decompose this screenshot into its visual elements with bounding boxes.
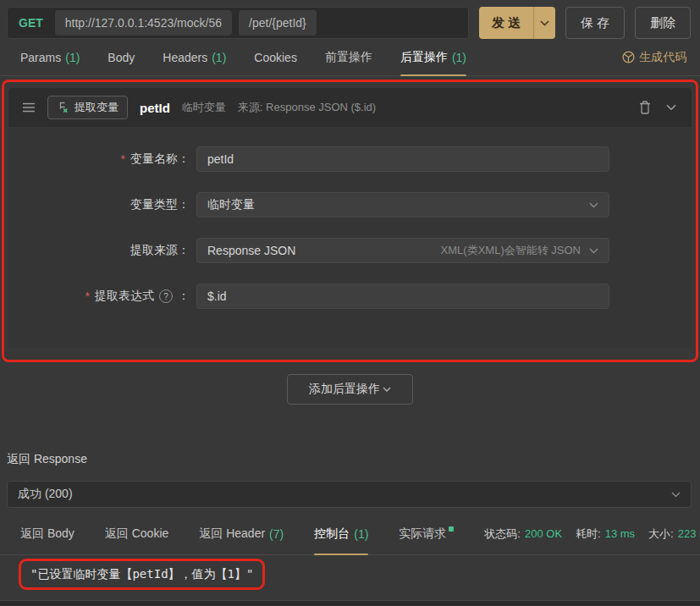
- variable-name-label: * 变量名称：: [8, 152, 190, 167]
- trash-icon: [639, 101, 651, 114]
- label-text: 提取表达式: [95, 289, 154, 304]
- label-text: 变量名称：: [130, 152, 190, 167]
- tab-params[interactable]: Params (1): [20, 39, 80, 75]
- duration-metric: 耗时: 13 ms: [576, 526, 635, 542]
- chevron-down-icon: [666, 104, 676, 111]
- annotation-box-console: "已设置临时变量【petId】，值为【1】": [19, 559, 265, 590]
- http-method-label[interactable]: GET: [10, 16, 55, 30]
- status-code-value: 200 OK: [525, 527, 562, 540]
- tab-label: 返回 Cookie: [105, 526, 168, 542]
- metric-label: 耗时:: [576, 526, 601, 542]
- status-code-metric: 状态码: 200 OK: [484, 526, 562, 542]
- tab-label: 返回 Header: [199, 526, 265, 542]
- extract-expression-label: * 提取表达式 ? ：: [8, 289, 190, 304]
- required-mark: *: [121, 152, 125, 166]
- tab-label: Headers: [163, 51, 207, 64]
- tab-body[interactable]: Body: [107, 39, 135, 75]
- annotation-box-extractor: 提取变量 petId 临时变量 来源: Response JSON ($.id)…: [2, 80, 698, 362]
- response-metrics: 状态码: 200 OK 耗时: 13 ms 大小: 223 B: [484, 526, 700, 542]
- response-case-select[interactable]: 成功 (200): [7, 481, 692, 508]
- tab-count: (1): [452, 51, 466, 64]
- required-mark: *: [85, 289, 90, 303]
- label-colon: ：: [178, 289, 190, 304]
- size-metric: 大小: 223 B: [648, 526, 700, 542]
- variable-type-label: 变量类型：: [8, 197, 190, 212]
- variable-name-input[interactable]: [196, 146, 609, 172]
- duration-value: 13 ms: [605, 527, 635, 540]
- tab-count: (1): [212, 51, 226, 64]
- tab-actual-request[interactable]: 实际请求: [399, 513, 454, 554]
- bottom-divider: [0, 600, 700, 606]
- help-icon[interactable]: ?: [159, 289, 173, 303]
- delete-operation-button[interactable]: [637, 99, 653, 116]
- path-field[interactable]: /pet/{petId}: [239, 10, 317, 36]
- tab-label: 后置操作: [400, 50, 448, 65]
- extract-source-select[interactable]: Response JSON XML(类XML)会智能转 JSON: [196, 238, 609, 263]
- tab-response-cookie[interactable]: 返回 Cookie: [105, 513, 168, 554]
- tab-label: Cookies: [254, 51, 297, 64]
- tab-count: (1): [65, 51, 80, 64]
- tab-label: 控制台: [314, 526, 350, 542]
- post-operation-card: 提取变量 petId 临时变量 来源: Response JSON ($.id)…: [8, 88, 692, 348]
- form-row-variable-type: 变量类型： 临时变量: [8, 192, 692, 218]
- delete-button[interactable]: 删除: [635, 7, 691, 39]
- selected-value: 成功 (200): [18, 487, 73, 502]
- console-log-message: "已设置临时变量【petId】，值为【1】": [30, 567, 253, 581]
- tab-response-header[interactable]: 返回 Header (7): [199, 513, 284, 554]
- response-section-title: 返回 Response: [7, 452, 693, 467]
- selected-value: 临时变量: [207, 197, 255, 212]
- tab-post-operations[interactable]: 后置操作 (1): [400, 39, 466, 75]
- generate-code-icon: [622, 51, 635, 63]
- variable-type-select[interactable]: 临时变量: [196, 192, 609, 218]
- chevron-down-icon: [589, 202, 598, 208]
- selected-value: Response JSON: [207, 244, 295, 257]
- variable-type-tag: 临时变量: [182, 100, 226, 115]
- send-dropdown-button[interactable]: [533, 7, 555, 39]
- post-operation-card-body: * 变量名称： 变量类型： 临时变量 提: [8, 127, 692, 348]
- base-url-field[interactable]: http://127.0.0.1:4523/mock/56: [55, 10, 232, 36]
- tab-label: Body: [107, 51, 135, 64]
- add-action-row: 添加后置操作: [0, 374, 700, 405]
- source-hint-text: XML(类XML)会智能转 JSON: [441, 243, 589, 258]
- tab-count: (1): [354, 527, 368, 541]
- generate-code-button[interactable]: 生成代码: [622, 50, 686, 65]
- label-text: 变量类型：: [130, 197, 190, 212]
- request-bar: GET http://127.0.0.1:4523/mock/56 /pet/{…: [7, 7, 692, 39]
- console-output-row: "已设置临时变量【petId】，值为【1】": [0, 555, 700, 590]
- save-button[interactable]: 保 存: [565, 7, 625, 39]
- metric-label: 状态码:: [484, 526, 521, 542]
- metric-label: 大小:: [648, 526, 674, 542]
- extract-source-label: 提取来源：: [8, 243, 190, 258]
- extract-variable-icon: [57, 102, 69, 113]
- collapse-card-button[interactable]: [664, 102, 678, 113]
- form-row-extract-source: 提取来源： Response JSON XML(类XML)会智能转 JSON: [8, 238, 692, 263]
- chevron-down-icon: [589, 248, 598, 254]
- send-button[interactable]: 发 送: [479, 7, 533, 39]
- actual-request-dot: [449, 526, 454, 532]
- form-row-extract-expression: * 提取表达式 ? ：: [8, 284, 692, 309]
- drag-handle-icon[interactable]: [22, 102, 36, 113]
- variable-source-summary: 来源: Response JSON ($.id): [238, 100, 376, 115]
- tab-console[interactable]: 控制台 (1): [314, 513, 368, 554]
- tab-headers[interactable]: Headers (1): [163, 39, 226, 75]
- chevron-down-icon: [540, 20, 549, 26]
- chevron-down-icon: [383, 387, 391, 392]
- url-group: GET http://127.0.0.1:4523/mock/56 /pet/{…: [7, 7, 469, 39]
- tab-cookies[interactable]: Cookies: [254, 39, 297, 75]
- add-post-operation-label: 添加后置操作: [309, 382, 380, 397]
- extract-variable-badge[interactable]: 提取变量: [47, 96, 128, 119]
- chevron-down-icon: [671, 492, 681, 498]
- request-tabs: Params (1) Body Headers (1) Cookies 前置操作…: [0, 39, 700, 76]
- extract-expression-input[interactable]: [196, 284, 609, 309]
- add-post-operation-button[interactable]: 添加后置操作: [287, 374, 413, 405]
- tab-response-body[interactable]: 返回 Body: [20, 513, 74, 554]
- badge-label: 提取变量: [74, 100, 119, 115]
- tab-label: Params: [20, 51, 61, 64]
- variable-name-title: petId: [140, 101, 170, 115]
- post-operation-card-header: 提取变量 petId 临时变量 来源: Response JSON ($.id): [8, 88, 692, 127]
- form-row-variable-name: * 变量名称：: [8, 146, 692, 172]
- tab-pre-operations[interactable]: 前置操作: [325, 39, 372, 75]
- tab-label: 返回 Body: [20, 526, 74, 542]
- tab-label: 实际请求: [399, 526, 446, 542]
- tab-count: (7): [269, 527, 284, 541]
